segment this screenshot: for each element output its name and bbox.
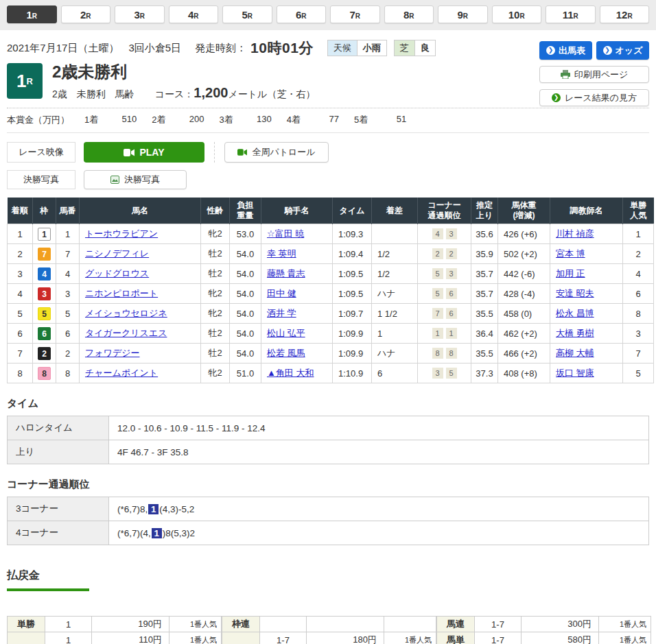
action-panel: ❯ 出馬表 ❯ オッズ 印刷用ページ ❯ レース結果の見方 xyxy=(539,41,649,106)
cell-last-3f: 35.6 xyxy=(471,224,498,244)
race-number: 1 xyxy=(16,71,26,92)
race-tab-12r[interactable]: 12R xyxy=(600,5,650,23)
cell-margin: ハナ xyxy=(372,344,418,363)
lap-time-table: ハロンタイム12.0 - 10.6 - 10.9 - 11.5 - 11.9 -… xyxy=(7,416,649,464)
course-suffix: メートル（芝・右） xyxy=(228,88,315,99)
horse-name-link[interactable]: グッドグロウス xyxy=(85,268,149,278)
jockey-link[interactable]: ▲角田 大和 xyxy=(267,368,314,378)
payout-row: 馬連1-7300円1番人気 xyxy=(437,617,651,632)
race-tab-7r[interactable]: 7R xyxy=(330,5,380,23)
jockey-link[interactable]: 松若 風馬 xyxy=(267,348,305,358)
results-column-header: 馬番 xyxy=(56,198,80,224)
cell-win-favorite: 8 xyxy=(623,304,654,324)
jockey-link[interactable]: 酒井 学 xyxy=(267,308,296,318)
horse-name-link[interactable]: チャームポイント xyxy=(85,368,158,378)
cell-horse-number: 7 xyxy=(56,244,80,264)
payout-bet-type: 馬連 xyxy=(437,617,475,632)
race-tab-8r[interactable]: 8R xyxy=(384,5,434,23)
trainer-link[interactable]: 松永 昌博 xyxy=(556,308,594,318)
corner-position-box: 2 xyxy=(432,248,443,259)
payout-selection: 1-7 xyxy=(475,632,522,644)
race-tab-6r[interactable]: 6R xyxy=(277,5,327,23)
race-number-box: 1R xyxy=(7,63,43,99)
horse-name-link[interactable]: ニホンピロポート xyxy=(85,288,158,298)
turf-key: 芝 xyxy=(395,40,414,56)
cell-last-3f: 37.3 xyxy=(471,363,498,383)
cell-jockey: ☆富田 暁 xyxy=(261,224,333,244)
cell-horse-name: ニホンピロポート xyxy=(80,284,201,304)
payout-amount xyxy=(307,617,384,632)
corner-position-box: 6 xyxy=(446,288,457,299)
print-page-button[interactable]: 印刷用ページ xyxy=(539,66,649,83)
horse-name-link[interactable]: メイショウセロジネ xyxy=(85,308,167,318)
corner-row-value: (*6,7)(4,1)8(5,3)2 xyxy=(109,521,649,545)
prize-item: 5着51 xyxy=(354,114,406,126)
trainer-link[interactable]: 安達 昭夫 xyxy=(556,288,594,298)
cell-sex-age: 牡2 xyxy=(201,244,230,264)
horse-name-link[interactable]: タイガークリスエス xyxy=(85,328,167,338)
cell-time: 1:09.5 xyxy=(333,264,372,284)
cell-corner-positions: 22 xyxy=(418,244,471,264)
results-column-header: 負担 重量 xyxy=(230,198,261,224)
payout-bet-type: 単勝 xyxy=(8,617,45,632)
cell-body-weight: 442 (-6) xyxy=(498,264,550,284)
jockey-link[interactable]: 藤懸 貴志 xyxy=(267,268,305,278)
cell-horse-name: メイショウセロジネ xyxy=(80,304,201,324)
odds-button[interactable]: ❯ オッズ xyxy=(596,41,649,60)
horse-name-link[interactable]: ニシノデフィレ xyxy=(85,248,149,259)
entry-table-button[interactable]: ❯ 出馬表 xyxy=(539,41,592,60)
cell-trainer: 安達 昭夫 xyxy=(550,284,623,304)
cell-win-favorite: 5 xyxy=(623,363,654,383)
payout-amount: 190円 xyxy=(92,617,169,632)
cell-sex-age: 牝2 xyxy=(201,224,230,244)
play-label: PLAY xyxy=(139,147,164,158)
cell-jockey: ▲角田 大和 xyxy=(261,363,333,383)
trainer-link[interactable]: 川村 禎彦 xyxy=(556,228,594,239)
race-tab-1r[interactable]: 1R xyxy=(7,5,57,23)
payout-favorite-rank xyxy=(384,617,436,632)
arrow-circle-icon: ❯ xyxy=(552,93,561,102)
play-button[interactable]: PLAY xyxy=(84,142,204,163)
payout-amount: 580円 xyxy=(522,632,599,644)
race-tab-4r[interactable]: 4R xyxy=(169,5,219,23)
cell-trainer: 宮本 博 xyxy=(550,244,623,264)
race-results-table: 着順枠馬番馬名性齢負担 重量騎手名タイム着差コーナー 通過順位推定 上り馬体重 … xyxy=(7,198,654,383)
prize-label: 本賞金（万円） xyxy=(7,114,69,126)
tab-suffix: R xyxy=(627,12,632,20)
jockey-link[interactable]: ☆富田 暁 xyxy=(267,228,304,239)
time-row-label: 上り xyxy=(8,440,109,464)
how-to-read-button[interactable]: ❯ レース結果の見方 xyxy=(539,89,649,106)
race-tab-3r[interactable]: 3R xyxy=(115,5,165,23)
cell-horse-name: チャームポイント xyxy=(80,363,201,383)
race-tab-5r[interactable]: 5R xyxy=(222,5,272,23)
trainer-link[interactable]: 大橋 勇樹 xyxy=(556,328,594,338)
corner-row: 3コーナー(*6,7)8,1(4,3)-5,2 xyxy=(8,497,649,521)
cell-last-3f: 36.4 xyxy=(471,324,498,344)
result-row: 722フォワデジー牡254.0松若 風馬1:09.9ハナ8835.5466 (+… xyxy=(8,344,654,363)
cell-body-weight: 408 (+8) xyxy=(498,363,550,383)
start-time-value: 10時01分 xyxy=(250,38,314,58)
patrol-video-button[interactable]: 全周パトロール xyxy=(224,142,329,163)
race-tab-9r[interactable]: 9R xyxy=(438,5,488,23)
horse-name-link[interactable]: トーホウラビアン xyxy=(85,228,158,239)
cell-time: 1:09.3 xyxy=(333,224,372,244)
payout-selection: 1 xyxy=(45,632,92,644)
turf-value: 良 xyxy=(414,40,435,56)
trainer-link[interactable]: 宮本 博 xyxy=(556,248,585,259)
payout-amount: 110円 xyxy=(92,632,169,644)
trainer-link[interactable]: 高柳 大輔 xyxy=(556,348,594,358)
jockey-link[interactable]: 幸 英明 xyxy=(267,248,296,259)
results-column-header: 推定 上り xyxy=(471,198,498,224)
race-tab-2r[interactable]: 2R xyxy=(61,5,111,23)
finish-photo-button[interactable]: 決勝写真 xyxy=(84,170,187,189)
jockey-link[interactable]: 田中 健 xyxy=(267,288,296,298)
trainer-link[interactable]: 坂口 智康 xyxy=(556,368,594,378)
race-tab-10r[interactable]: 10R xyxy=(492,5,542,23)
trainer-link[interactable]: 加用 正 xyxy=(556,268,585,278)
race-tab-11r[interactable]: 11R xyxy=(546,5,596,23)
horse-name-link[interactable]: フォワデジー xyxy=(85,348,140,358)
jockey-link[interactable]: 松山 弘平 xyxy=(267,328,305,338)
tab-number: 1 xyxy=(26,9,32,21)
cell-margin: ハナ xyxy=(372,284,418,304)
cell-win-favorite: 4 xyxy=(623,264,654,284)
